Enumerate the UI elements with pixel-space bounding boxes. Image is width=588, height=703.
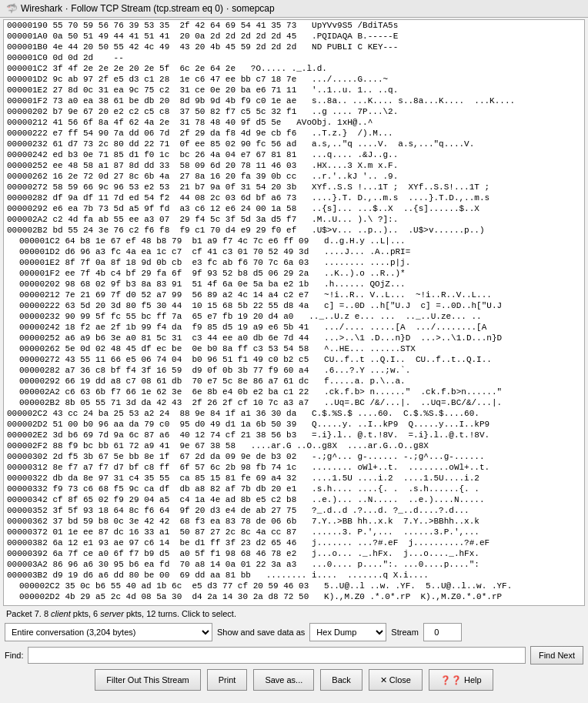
show-save-label: Show and save data as bbox=[217, 628, 305, 637]
hex-line: 00000212 41 56 6f 8a 4f 62 4a 2e 31 78 4… bbox=[4, 117, 584, 128]
hex-line: 00000312 8e f7 a7 f7 d7 bf c8 ff 6f 57 6… bbox=[4, 462, 584, 473]
status-bar: Packet 7. 8 client pkts, 6 server pkts, … bbox=[0, 608, 588, 620]
hex-line: 00000252 ee 48 58 a1 87 8d dd 33 58 09 6… bbox=[4, 160, 584, 171]
hex-line: 00000202 98 68 02 9f b3 8a 83 91 51 4f 6… bbox=[4, 279, 584, 290]
hex-line: 00000232 90 99 5f fc 55 bc ff 7a 65 e7 f… bbox=[4, 311, 584, 322]
hex-line: 000003B2 d9 19 d6 a6 dd 80 be 00 69 dd a… bbox=[4, 570, 584, 581]
find-label: Find: bbox=[5, 651, 23, 660]
hex-line: 00000382 6a 12 e1 93 ae 97 c6 14 be d1 f… bbox=[4, 537, 584, 548]
hex-line: 000001B0 4e 44 20 50 55 42 4c 49 43 20 4… bbox=[4, 42, 584, 52]
hex-line: 00000242 18 f2 ae 2f 1b 99 f4 da f9 85 d… bbox=[4, 322, 584, 333]
close-label: Close bbox=[389, 675, 411, 685]
close-icon: ✕ bbox=[380, 675, 387, 685]
title-separator1: · bbox=[65, 3, 68, 14]
action-buttons-row: Filter Out This Stream Print Save as... … bbox=[0, 666, 588, 694]
hex-line: 000002F2 88 f9 bc bb 61 72 a9 41 9e 67 3… bbox=[4, 440, 584, 451]
data-format-select[interactable]: Hex DumpASCIIRawC ArraysYAML bbox=[309, 623, 386, 641]
status-text-prefix: Packet 7. 8 bbox=[6, 609, 51, 618]
filter-out-button[interactable]: Filter Out This Stream bbox=[95, 669, 200, 691]
hex-line: 000002D2 51 00 b0 96 aa da 79 c0 95 d0 4… bbox=[4, 419, 584, 430]
hex-line: 00000362 37 bd 59 b8 0c 3e 42 42 68 f3 e… bbox=[4, 516, 584, 527]
hex-line: 000002A2 c2 4d fa ab 55 ee a3 07 29 f4 5… bbox=[4, 214, 584, 225]
hex-line: 00000282 a7 36 c8 bf f4 3f 16 59 d9 0f 0… bbox=[4, 365, 584, 376]
hex-line: 00000262 16 2e 72 0d 27 8c 6b 4a 27 8a 1… bbox=[4, 171, 584, 182]
window-title: Follow TCP Stream (tcp.stream eq 0) bbox=[71, 3, 223, 14]
hex-line: 00000202 b7 9e 67 20 e2 c2 c5 c8 37 50 8… bbox=[4, 106, 584, 117]
hex-line: 000001C2 3f 4f 2e 2e 2e 20 2e 5f 6c 2e 6… bbox=[4, 63, 584, 74]
hex-line: 000001F2 ee 7f 4b c4 bf 29 fa 6f 9f 93 5… bbox=[4, 268, 584, 279]
save-as-button[interactable]: Save as... bbox=[253, 669, 314, 691]
hex-line: 00000272 43 55 11 66 e5 06 74 04 b0 96 5… bbox=[4, 354, 584, 365]
hex-line: 00000232 61 d7 73 2c 80 dd 22 71 0f ee 8… bbox=[4, 139, 584, 149]
find-row: Find: Find Next bbox=[0, 644, 588, 666]
server-text: server bbox=[100, 609, 124, 618]
hex-line: 000002B2 bd 55 24 3e 76 c2 f6 f8 f9 c1 7… bbox=[4, 225, 584, 236]
hex-line: 00000222 63 5d 20 3d 80 f5 30 44 10 15 6… bbox=[4, 300, 584, 311]
hex-line: 00000352 3f 5f 93 18 64 8c f6 64 9f 20 d… bbox=[4, 505, 584, 516]
hex-line: 000002E2 3d b6 69 7d 9a 6c 87 a6 40 12 7… bbox=[4, 430, 584, 440]
stream-spinner[interactable] bbox=[423, 623, 462, 641]
status-text-middle: pkts, 6 bbox=[71, 609, 101, 618]
hex-line: 000001F2 73 a0 ea 38 61 be db 20 8d 9b 9… bbox=[4, 95, 584, 106]
stream-label: Stream bbox=[391, 628, 418, 637]
hex-line: 00000272 58 59 66 9c 96 53 e2 53 21 b7 9… bbox=[4, 182, 584, 192]
hex-line: 000003A2 86 96 a6 30 95 b6 ea fd 70 a8 1… bbox=[4, 559, 584, 570]
back-button[interactable]: Back bbox=[320, 669, 362, 691]
hex-content-area[interactable]: 00000190 55 70 59 56 76 39 53 35 2f 42 6… bbox=[3, 19, 585, 606]
help-icon: ❓❓ bbox=[440, 675, 462, 685]
hex-line: 000001E2 27 8d 0c 31 ea 9c 75 c2 31 ce 0… bbox=[4, 85, 584, 95]
title-bar: 🦈 Wireshark · Follow TCP Stream (tcp.str… bbox=[0, 0, 588, 18]
hex-line: 00000190 55 70 59 56 76 39 53 35 2f 42 6… bbox=[4, 20, 584, 31]
hex-line: 00000292 66 19 dd a8 c7 08 61 db 70 e7 5… bbox=[4, 376, 584, 387]
find-next-button[interactable]: Find Next bbox=[530, 646, 583, 665]
hex-line: 00000282 df 9a df 11 7d ed 54 f2 44 08 2… bbox=[4, 192, 584, 203]
hex-line: 000001A0 0a 50 51 49 44 41 51 41 20 0a 2… bbox=[4, 31, 584, 42]
client-text: client bbox=[51, 609, 71, 618]
title-separator2: · bbox=[226, 3, 229, 14]
hex-line: 00000222 e7 ff 54 90 7a dd 06 7d 2f 29 d… bbox=[4, 128, 584, 139]
hex-line: 000001E2 8f 7f 0a 8f 18 9d 0b cb e3 fc a… bbox=[4, 257, 584, 268]
help-button[interactable]: ❓❓ Help bbox=[429, 669, 493, 691]
hex-line: 00000322 db da 8e 97 31 c4 35 55 ca 85 1… bbox=[4, 473, 584, 484]
hex-line: 00000262 5e 0d 02 48 45 df ec be 0e b0 8… bbox=[4, 343, 584, 354]
hex-line: 000001C2 64 b8 1e 67 ef 48 b8 79 b1 a9 f… bbox=[4, 236, 584, 246]
find-input[interactable] bbox=[28, 647, 525, 664]
hex-line: 000002C2 35 0c b6 55 40 ad 1b 6c e5 d3 7… bbox=[4, 581, 584, 591]
hex-line: 00000372 01 1e ee 87 dc 16 33 a1 50 87 2… bbox=[4, 527, 584, 537]
hex-line: 00000242 ed b3 0e 71 85 d1 f0 1c bc 26 4… bbox=[4, 149, 584, 160]
print-button[interactable]: Print bbox=[207, 669, 248, 691]
hex-line: 00000392 6a 7f ce a0 6f f7 b9 d5 a0 5f f… bbox=[4, 548, 584, 559]
hex-line: 00000212 7e 21 69 7f d0 52 a7 99 56 89 a… bbox=[4, 290, 584, 300]
hex-line: 000002B2 8b 05 55 71 3d da 42 43 2f 26 2… bbox=[4, 397, 584, 408]
app-name: Wireshark bbox=[21, 3, 62, 14]
hex-line: 00000302 2d f5 3b 67 5e bb 8e 1f 67 2d d… bbox=[4, 451, 584, 462]
app-logo: 🦈 bbox=[6, 3, 18, 14]
hex-line: 00000252 a6 a9 b6 3e a0 81 5c 31 c3 44 e… bbox=[4, 333, 584, 343]
filename: somepcap bbox=[232, 3, 274, 14]
close-button[interactable]: ✕ Close bbox=[369, 669, 423, 691]
help-label: Help bbox=[464, 675, 482, 685]
hex-line: 000001D2 d6 96 a3 fc 4a ea 1c c7 cf 41 c… bbox=[4, 246, 584, 257]
hex-line: 000002C2 43 cc 24 ba 25 53 a2 24 88 9e 8… bbox=[4, 408, 584, 419]
conversation-select[interactable]: Entire conversation (3,204 bytes)Client … bbox=[5, 623, 212, 641]
hex-line: 00000342 cf 8f 65 02 f9 29 04 a5 c4 1a 4… bbox=[4, 494, 584, 505]
hex-line: 00000332 f9 73 c6 68 f5 9c ca df db a8 8… bbox=[4, 484, 584, 494]
hex-line: 000001C0 0d 0d 2d -- bbox=[4, 52, 584, 63]
hex-line: 000002A2 c6 63 6b f7 66 1e 62 3e 6e 8b e… bbox=[4, 387, 584, 397]
controls-row1: Entire conversation (3,204 bytes)Client … bbox=[0, 620, 588, 644]
status-text-end: pkts, 12 turns. Click to select. bbox=[124, 609, 236, 618]
hex-line: 00000292 e6 ea 7b 73 5d a5 9f fd a3 c6 1… bbox=[4, 203, 584, 214]
hex-line: 000002D2 4b 29 a5 2c 4d 08 5a 30 d4 2a 1… bbox=[4, 591, 584, 602]
hex-line: 000001D2 9c ab 97 2f e5 d3 c1 28 1e c6 4… bbox=[4, 74, 584, 85]
